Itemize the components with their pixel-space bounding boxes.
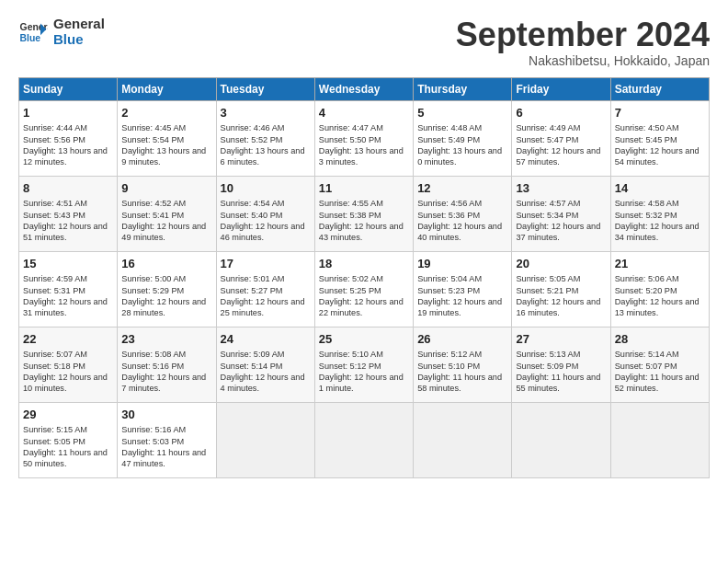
table-row: 25Sunrise: 5:10 AMSunset: 5:12 PMDayligh… xyxy=(314,327,413,402)
col-tuesday: Tuesday xyxy=(216,77,314,100)
table-row: 12Sunrise: 4:56 AMSunset: 5:36 PMDayligh… xyxy=(414,176,512,251)
table-row: 20Sunrise: 5:05 AMSunset: 5:21 PMDayligh… xyxy=(512,251,610,327)
table-row: 11Sunrise: 4:55 AMSunset: 5:38 PMDayligh… xyxy=(314,176,413,251)
col-monday: Monday xyxy=(118,77,216,100)
month-title: September 2024 xyxy=(456,17,710,53)
table-row: 17Sunrise: 5:01 AMSunset: 5:27 PMDayligh… xyxy=(216,251,314,327)
table-row: 13Sunrise: 4:57 AMSunset: 5:34 PMDayligh… xyxy=(512,176,610,251)
table-row: 1Sunrise: 4:44 AMSunset: 5:56 PMDaylight… xyxy=(19,100,118,176)
col-sunday: Sunday xyxy=(19,77,118,100)
header: General Blue General Blue September 2024… xyxy=(18,17,710,68)
calendar-week-5: 29Sunrise: 5:15 AMSunset: 5:05 PMDayligh… xyxy=(19,402,710,477)
calendar-week-4: 22Sunrise: 5:07 AMSunset: 5:18 PMDayligh… xyxy=(19,327,710,402)
calendar-week-3: 15Sunrise: 4:59 AMSunset: 5:31 PMDayligh… xyxy=(19,251,710,327)
header-row: Sunday Monday Tuesday Wednesday Thursday… xyxy=(19,77,710,100)
col-saturday: Saturday xyxy=(610,77,709,100)
svg-text:Blue: Blue xyxy=(20,32,41,42)
location-subtitle: Nakashibetsu, Hokkaido, Japan xyxy=(456,53,710,68)
table-row: 10Sunrise: 4:54 AMSunset: 5:40 PMDayligh… xyxy=(216,176,314,251)
col-friday: Friday xyxy=(512,77,610,100)
table-row: 28Sunrise: 5:14 AMSunset: 5:07 PMDayligh… xyxy=(610,327,709,402)
table-row: 2Sunrise: 4:45 AMSunset: 5:54 PMDaylight… xyxy=(118,100,216,176)
table-row: 5Sunrise: 4:48 AMSunset: 5:49 PMDaylight… xyxy=(414,100,512,176)
page-container: General Blue General Blue September 2024… xyxy=(0,0,728,488)
col-thursday: Thursday xyxy=(414,77,512,100)
logo-icon: General Blue xyxy=(18,17,48,47)
table-row: 16Sunrise: 5:00 AMSunset: 5:29 PMDayligh… xyxy=(118,251,216,327)
calendar-table: Sunday Monday Tuesday Wednesday Thursday… xyxy=(18,77,710,478)
table-row: 3Sunrise: 4:46 AMSunset: 5:52 PMDaylight… xyxy=(216,100,314,176)
table-row: 29Sunrise: 5:15 AMSunset: 5:05 PMDayligh… xyxy=(19,402,118,477)
col-wednesday: Wednesday xyxy=(314,77,413,100)
table-row: 19Sunrise: 5:04 AMSunset: 5:23 PMDayligh… xyxy=(414,251,512,327)
table-row: 21Sunrise: 5:06 AMSunset: 5:20 PMDayligh… xyxy=(610,251,709,327)
table-row: 6Sunrise: 4:49 AMSunset: 5:47 PMDaylight… xyxy=(512,100,610,176)
logo: General Blue General Blue xyxy=(18,17,105,47)
table-row: 18Sunrise: 5:02 AMSunset: 5:25 PMDayligh… xyxy=(314,251,413,327)
table-row: 23Sunrise: 5:08 AMSunset: 5:16 PMDayligh… xyxy=(118,327,216,402)
table-row xyxy=(512,402,610,477)
table-row xyxy=(216,402,314,477)
table-row: 30Sunrise: 5:16 AMSunset: 5:03 PMDayligh… xyxy=(118,402,216,477)
table-row: 8Sunrise: 4:51 AMSunset: 5:43 PMDaylight… xyxy=(19,176,118,251)
title-block: September 2024 Nakashibetsu, Hokkaido, J… xyxy=(456,17,710,68)
calendar-week-2: 8Sunrise: 4:51 AMSunset: 5:43 PMDaylight… xyxy=(19,176,710,251)
table-row: 22Sunrise: 5:07 AMSunset: 5:18 PMDayligh… xyxy=(19,327,118,402)
table-row: 24Sunrise: 5:09 AMSunset: 5:14 PMDayligh… xyxy=(216,327,314,402)
logo-general: General xyxy=(53,17,105,32)
table-row: 14Sunrise: 4:58 AMSunset: 5:32 PMDayligh… xyxy=(610,176,709,251)
table-row: 26Sunrise: 5:12 AMSunset: 5:10 PMDayligh… xyxy=(414,327,512,402)
table-row xyxy=(414,402,512,477)
table-row: 4Sunrise: 4:47 AMSunset: 5:50 PMDaylight… xyxy=(314,100,413,176)
table-row: 27Sunrise: 5:13 AMSunset: 5:09 PMDayligh… xyxy=(512,327,610,402)
calendar-week-1: 1Sunrise: 4:44 AMSunset: 5:56 PMDaylight… xyxy=(19,100,710,176)
logo-text: General Blue xyxy=(53,17,105,47)
table-row xyxy=(314,402,413,477)
logo-blue: Blue xyxy=(53,32,105,48)
table-row: 7Sunrise: 4:50 AMSunset: 5:45 PMDaylight… xyxy=(610,100,709,176)
table-row: 9Sunrise: 4:52 AMSunset: 5:41 PMDaylight… xyxy=(118,176,216,251)
table-row: 15Sunrise: 4:59 AMSunset: 5:31 PMDayligh… xyxy=(19,251,118,327)
table-row xyxy=(610,402,709,477)
